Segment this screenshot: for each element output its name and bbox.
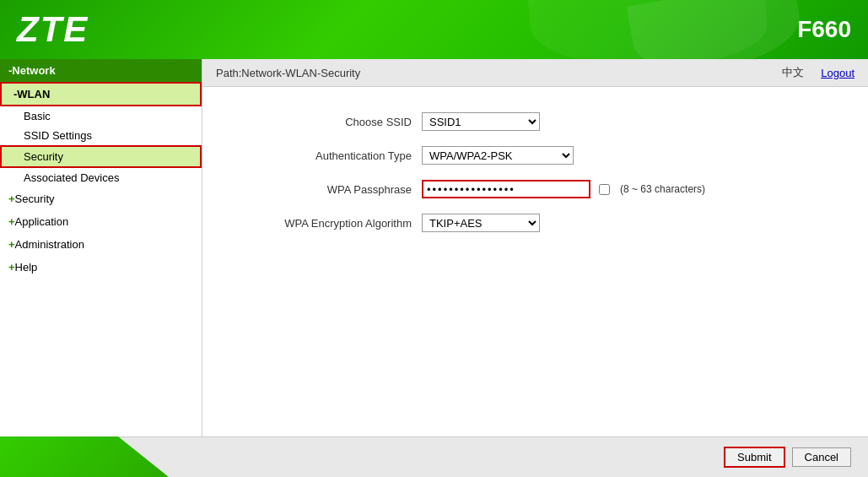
sidebar-item-application[interactable]: +Application: [0, 210, 202, 233]
content-area: Path:Network-WLAN-Security 中文 Logout Cho…: [202, 59, 868, 477]
sidebar-item-network[interactable]: -Network: [0, 59, 202, 82]
ssid-control: SSID1 SSID2 SSID3 SSID4: [422, 112, 540, 131]
enc-select[interactable]: TKIP+AES TKIP AES: [422, 214, 540, 232]
passphrase-input[interactable]: [422, 180, 590, 198]
sidebar-item-associated-devices[interactable]: Associated Devices: [0, 168, 202, 187]
auth-row: Authentication Type WPA/WPA2-PSK WPA-PSK…: [236, 146, 834, 165]
passphrase-label: WPA Passphrase: [236, 183, 422, 196]
cancel-button[interactable]: Cancel: [792, 447, 851, 467]
plus-icon: +: [8, 192, 15, 205]
enc-label: WPA Encryption Algorithm: [236, 217, 422, 230]
auth-control: WPA/WPA2-PSK WPA-PSK WPA2-PSK Open WEP: [422, 146, 574, 165]
sidebar-item-security[interactable]: Security: [0, 145, 202, 168]
plus-icon: +: [8, 215, 15, 228]
char-hint: (8 ~ 63 characters): [620, 183, 705, 195]
sidebar-item-basic[interactable]: Basic: [0, 106, 202, 126]
main-container: -Network -WLAN Basic SSID Settings Secur…: [0, 59, 868, 477]
sidebar-item-help[interactable]: +Help: [0, 256, 202, 279]
path-right: 中文 Logout: [782, 65, 855, 80]
ssid-row: Choose SSID SSID1 SSID2 SSID3 SSID4: [236, 112, 834, 131]
model-name: F660: [797, 16, 851, 43]
ssid-select[interactable]: SSID1 SSID2 SSID3 SSID4: [422, 112, 540, 131]
sidebar-item-administration[interactable]: +Administration: [0, 233, 202, 256]
passphrase-row: WPA Passphrase (8 ~ 63 characters): [236, 180, 834, 198]
submit-button[interactable]: Submit: [724, 447, 784, 468]
show-password-checkbox[interactable]: [599, 184, 610, 195]
sidebar-item-security-section[interactable]: +Security: [0, 187, 202, 210]
form-area: Choose SSID SSID1 SSID2 SSID3 SSID4 Auth…: [202, 87, 868, 273]
path-bar: Path:Network-WLAN-Security 中文 Logout: [202, 59, 868, 87]
sidebar-item-ssid-settings[interactable]: SSID Settings: [0, 126, 202, 145]
auth-label: Authentication Type: [236, 149, 422, 162]
auth-select[interactable]: WPA/WPA2-PSK WPA-PSK WPA2-PSK Open WEP: [422, 146, 574, 165]
footer-decoration: [0, 436, 169, 477]
ssid-label: Choose SSID: [236, 116, 422, 128]
enc-control: TKIP+AES TKIP AES: [422, 214, 540, 232]
passphrase-control: (8 ~ 63 characters): [422, 180, 705, 198]
sidebar-item-wlan[interactable]: -WLAN: [0, 82, 202, 106]
enc-row: WPA Encryption Algorithm TKIP+AES TKIP A…: [236, 214, 834, 232]
plus-icon: +: [8, 238, 15, 251]
breadcrumb: Path:Network-WLAN-Security: [216, 67, 360, 79]
zte-logo: ZTE: [17, 9, 89, 50]
language-switch[interactable]: 中文: [782, 65, 804, 80]
sidebar: -Network -WLAN Basic SSID Settings Secur…: [0, 59, 202, 477]
footer: Submit Cancel: [0, 436, 868, 477]
logout-link[interactable]: Logout: [821, 67, 855, 79]
header: ZTE F660: [0, 0, 868, 59]
plus-icon: +: [8, 261, 15, 274]
